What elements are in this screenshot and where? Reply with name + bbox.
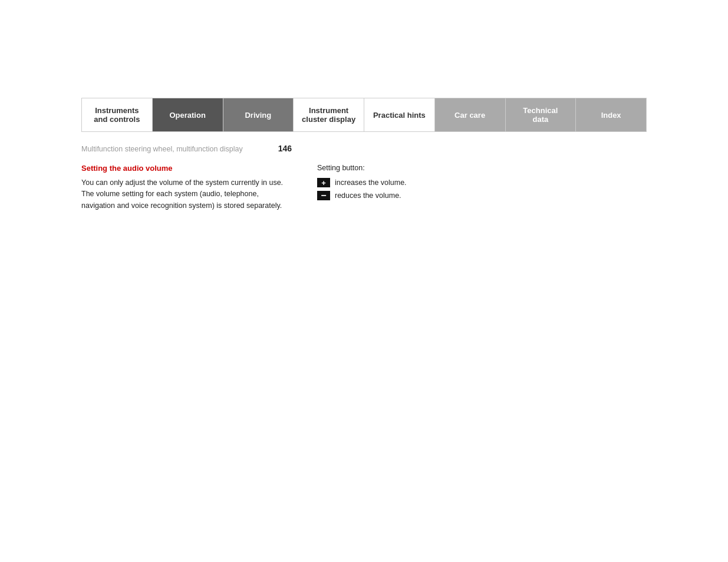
nav-label: Instrument cluster display [302,106,355,124]
nav-label: Operation [169,111,205,120]
page-number: 146 [278,144,292,153]
nav-label: Practical hints [373,111,426,120]
nav-item-car-care[interactable]: Car care [435,98,506,131]
nav-item-operation[interactable]: Operation [153,98,223,131]
nav-item-instruments-and-controls[interactable]: Instruments and controls [82,98,153,131]
increase-volume-label: increases the volume. [335,178,407,187]
left-column: Setting the audio volume You can only ad… [81,164,305,211]
nav-label: Car care [454,111,485,120]
setting-button-label: Setting button: [317,164,647,172]
nav-item-practical-hints[interactable]: Practical hints [364,98,435,131]
nav-label: Technical data [523,106,558,124]
increase-volume-row: + increases the volume. [317,178,647,187]
decrease-volume-label: reduces the volume. [335,191,401,200]
nav-label: Driving [245,111,271,120]
section-title: Setting the audio volume [81,164,294,173]
main-content: Setting the audio volume You can only ad… [81,164,647,211]
nav-label: Index [601,111,621,120]
breadcrumb-row: Multifunction steering wheel, multifunct… [81,138,647,158]
nav-item-technical-data[interactable]: Technical data [506,98,577,131]
right-column: Setting button: + increases the volume. … [305,164,647,211]
decrease-volume-row: − reduces the volume. [317,191,647,200]
plus-icon: + [317,178,330,187]
nav-label: Instruments and controls [94,106,140,124]
minus-icon: − [317,191,330,200]
nav-item-index[interactable]: Index [576,98,646,131]
content-area: Multifunction steering wheel, multifunct… [81,132,647,217]
breadcrumb: Multifunction steering wheel, multifunct… [81,145,243,153]
nav-bar: Instruments and controls Operation Drivi… [81,98,647,132]
body-text: You can only adjust the volume of the sy… [81,177,294,211]
nav-item-instrument-cluster-display[interactable]: Instrument cluster display [294,98,364,131]
nav-item-driving[interactable]: Driving [223,98,294,131]
